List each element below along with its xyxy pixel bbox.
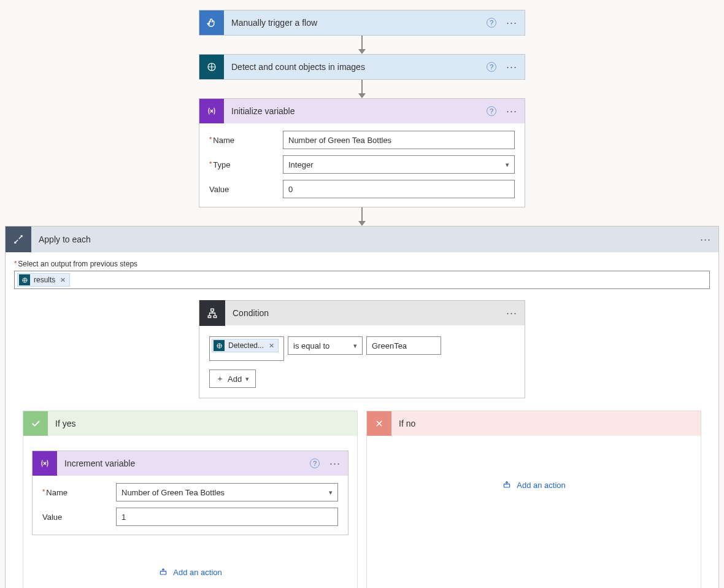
svg-rect-4 (214, 316, 217, 318)
more-icon[interactable]: ··· (506, 61, 517, 74)
remove-token-icon[interactable]: ✕ (269, 342, 274, 350)
token-detected[interactable]: Detected... ✕ (212, 339, 279, 352)
more-icon[interactable]: ··· (506, 105, 517, 118)
field-label-value: Value (42, 513, 116, 522)
branch-title: If yes (48, 419, 75, 428)
step-title: Increment variable (57, 458, 310, 468)
more-icon[interactable]: ··· (506, 17, 517, 29)
select-output-label: *Select an output from previous steps (14, 260, 710, 268)
step-apply-to-each[interactable]: Apply to each ··· *Select an output from… (5, 226, 719, 588)
field-label-value: Value (209, 185, 283, 194)
ai-builder-icon (19, 274, 30, 285)
condition-left-operand[interactable]: Detected... ✕ (209, 336, 284, 361)
add-action-button[interactable]: Add an action (23, 567, 357, 577)
field-label-type: *Type (209, 160, 283, 169)
output-token-field[interactable]: results ✕ (14, 271, 710, 289)
connector-arrow (358, 36, 366, 54)
close-icon (367, 411, 391, 436)
token-results[interactable]: results ✕ (17, 273, 70, 287)
remove-token-icon[interactable]: ✕ (60, 276, 66, 284)
help-icon[interactable]: ? (310, 458, 320, 468)
step-title: Condition (225, 308, 506, 318)
step-condition[interactable]: Condition ··· De (199, 300, 525, 398)
svg-rect-2 (211, 309, 214, 311)
chevron-down-icon: ▾ (245, 375, 249, 383)
check-icon (23, 411, 48, 436)
ai-builder-icon (214, 340, 225, 351)
step-title: Apply to each (31, 234, 700, 244)
insert-action-icon (158, 567, 168, 577)
help-icon[interactable]: ? (487, 106, 496, 116)
field-label-name: *Name (209, 136, 283, 145)
step-title: Detect and count objects in images (224, 62, 487, 72)
chevron-down-icon: ▾ (506, 161, 509, 169)
variable-icon (33, 451, 57, 476)
name-input[interactable]: Number of Green Tea Bottles (283, 131, 515, 149)
branch-title: If no (391, 419, 415, 428)
more-icon[interactable]: ··· (329, 457, 341, 470)
touch-icon (199, 10, 224, 35)
chevron-down-icon: ▾ (353, 342, 357, 350)
insert-action-icon (502, 480, 512, 490)
branch-if-yes: If yes Increment variable ? (23, 411, 358, 588)
field-label-name: *Name (42, 488, 116, 497)
more-icon[interactable]: ··· (506, 307, 517, 320)
increment-name-select[interactable]: Number of Green Tea Bottles ▾ (116, 483, 338, 501)
step-increment-variable[interactable]: Increment variable ? ··· *Name Number of… (32, 451, 349, 535)
chevron-down-icon: ▾ (329, 489, 333, 497)
svg-rect-3 (208, 316, 211, 318)
step-title: Manually trigger a flow (224, 18, 487, 28)
increment-value-input[interactable]: 1 (116, 508, 338, 526)
svg-rect-6 (161, 571, 166, 574)
add-action-button[interactable]: Add an action (367, 480, 701, 490)
more-icon[interactable]: ··· (700, 233, 711, 246)
help-icon[interactable]: ? (487, 62, 496, 72)
help-icon[interactable]: ? (487, 18, 496, 28)
svg-rect-7 (504, 484, 510, 487)
connector-arrow (358, 80, 366, 98)
value-input[interactable]: 0 (283, 180, 515, 198)
condition-operator-select[interactable]: is equal to ▾ (288, 336, 363, 355)
step-initialize-variable[interactable]: Initialize variable ? ··· *Name Number o… (199, 98, 525, 207)
loop-icon (6, 226, 31, 252)
step-detect-objects[interactable]: Detect and count objects in images ? ··· (199, 54, 525, 80)
condition-right-operand[interactable]: GreenTea (366, 336, 441, 355)
branch-if-no: If no Add an action (366, 411, 701, 588)
condition-icon (199, 300, 225, 326)
ai-builder-icon (199, 55, 224, 79)
step-manual-trigger[interactable]: Manually trigger a flow ? ··· (199, 10, 525, 36)
variable-icon (199, 99, 224, 123)
connector-arrow (358, 207, 366, 226)
step-title: Initialize variable (224, 106, 487, 116)
type-select[interactable]: Integer ▾ (283, 155, 515, 174)
add-condition-button[interactable]: ＋ Add ▾ (209, 369, 256, 388)
plus-icon: ＋ (216, 373, 224, 384)
